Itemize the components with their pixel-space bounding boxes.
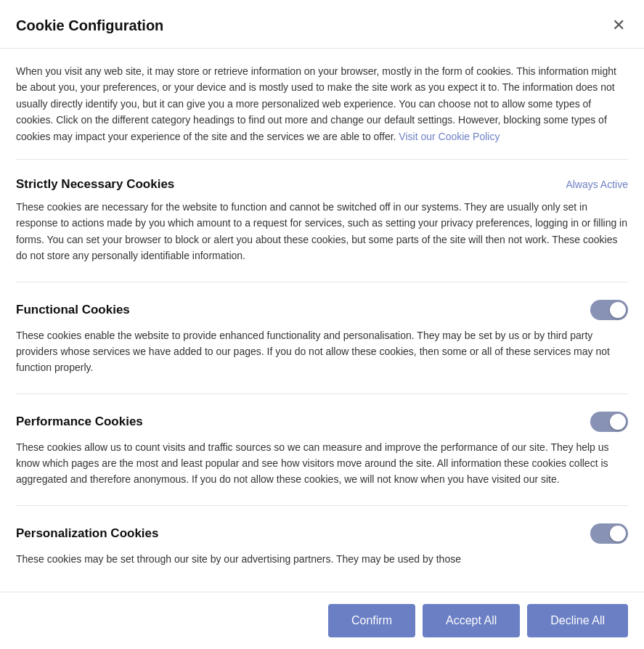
- cookie-sections: Strictly Necessary CookiesAlways ActiveT…: [16, 177, 628, 567]
- toggle-track-performance: [590, 412, 628, 432]
- close-button[interactable]: ✕: [609, 15, 628, 36]
- toggle-thumb-personalization: [610, 526, 626, 542]
- cookie-section-header-personalization: Personalization Cookies: [16, 523, 628, 544]
- intro-text-content: When you visit any web site, it may stor…: [16, 65, 616, 142]
- cookie-section-desc-performance: These cookies allow us to count visits a…: [16, 439, 628, 488]
- cookie-section-performance: Performance CookiesThese cookies allow u…: [16, 412, 628, 488]
- cookie-section-desc-personalization: These cookies may be set through our sit…: [16, 551, 628, 567]
- cookie-section-header-performance: Performance Cookies: [16, 412, 628, 432]
- cookie-section-desc-functional: These cookies enable the website to prov…: [16, 327, 628, 376]
- cookie-section-header-functional: Functional Cookies: [16, 300, 628, 320]
- cookie-configuration-modal: Cookie Configuration ✕ When you visit an…: [0, 0, 644, 649]
- section-divider: [16, 505, 628, 506]
- decline-all-button[interactable]: Decline All: [527, 604, 628, 637]
- cookie-section-title-functional: Functional Cookies: [16, 303, 130, 317]
- cookie-section-strictly-necessary: Strictly Necessary CookiesAlways ActiveT…: [16, 177, 628, 264]
- cookie-policy-link[interactable]: Visit our Cookie Policy: [399, 131, 500, 142]
- cookie-section-title-strictly-necessary: Strictly Necessary Cookies: [16, 177, 174, 192]
- cookie-section-functional: Functional CookiesThese cookies enable t…: [16, 300, 628, 376]
- toggle-track-personalization: [590, 523, 628, 544]
- intro-text: When you visit any web site, it may stor…: [16, 63, 628, 144]
- modal-footer: Confirm Accept All Decline All: [0, 592, 644, 649]
- section-divider: [16, 393, 628, 394]
- cookie-section-personalization: Personalization CookiesThese cookies may…: [16, 523, 628, 567]
- modal-header: Cookie Configuration ✕: [0, 0, 644, 49]
- toggle-personalization[interactable]: [590, 523, 628, 544]
- toggle-track-functional: [590, 300, 628, 320]
- cookie-section-title-performance: Performance Cookies: [16, 415, 143, 429]
- confirm-button[interactable]: Confirm: [328, 604, 415, 637]
- cookie-section-desc-strictly-necessary: These cookies are necessary for the webs…: [16, 199, 628, 264]
- section-divider: [16, 282, 628, 282]
- accept-all-button[interactable]: Accept All: [423, 604, 520, 637]
- close-icon: ✕: [612, 17, 625, 33]
- toggle-performance[interactable]: [590, 412, 628, 432]
- cookie-section-header-strictly-necessary: Strictly Necessary CookiesAlways Active: [16, 177, 628, 192]
- toggle-functional[interactable]: [590, 300, 628, 320]
- always-active-badge-strictly-necessary: Always Active: [566, 179, 628, 190]
- modal-title: Cookie Configuration: [16, 17, 163, 34]
- toggle-thumb-performance: [610, 414, 626, 430]
- modal-body: When you visit any web site, it may stor…: [0, 49, 644, 592]
- cookie-section-title-personalization: Personalization Cookies: [16, 526, 159, 541]
- toggle-thumb-functional: [610, 302, 626, 318]
- divider: [16, 159, 628, 160]
